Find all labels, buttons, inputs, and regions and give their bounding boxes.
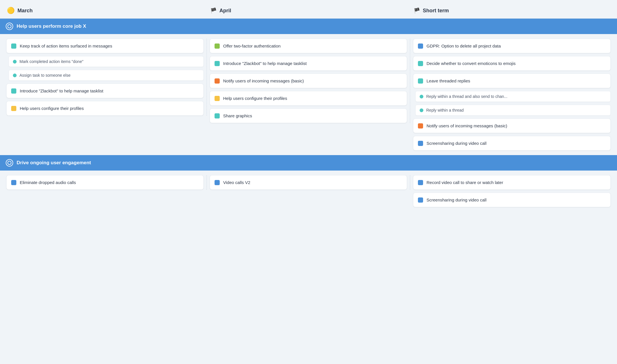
core-job-short-term-column: GDPR: Option to delete all project data … [410,39,614,151]
group-core-job-label: Help users perform core job X [17,23,86,29]
group-engagement: Drive ongoing user engagement Eliminate … [0,155,617,212]
card-text: Offer two-factor authentication [223,43,281,49]
engagement-march-column: Eliminate dropped audio calls [3,175,207,190]
sub-dot [420,95,423,98]
card-dot [215,180,220,185]
card-dot [418,61,423,66]
card-text: Help users configure their profiles [223,95,287,101]
card-text: GDPR: Option to delete all project data [427,43,501,49]
card-dot [215,96,220,101]
sub-text: Reply within a thread [426,108,464,112]
sub-card-mark-done[interactable]: Mark completed action items "done" [9,56,204,67]
march-icon: 🟡 [7,7,15,14]
card-dot [215,78,220,84]
col-header-short-term: 🏴 Short term [410,5,614,16]
card-dot [11,106,16,111]
card-text: Introduce "Zlackbot" to help manage task… [223,60,307,66]
card-text: Leave threaded replies [427,78,470,84]
card-zlackbot-march[interactable]: Introduce "Zlackbot" to help manage task… [6,84,204,98]
card-dot [418,141,423,146]
card-profiles-april[interactable]: Help users configure their profiles [210,91,407,106]
core-job-april-column: Offer two-factor authentication Introduc… [207,39,410,123]
sub-card-assign-task[interactable]: Assign task to someone else [9,70,204,81]
card-dot [418,180,423,185]
card-dot [11,43,16,49]
card-screenshare-engagement[interactable]: Screensharing during video call [413,193,611,207]
sub-dot [13,74,17,77]
card-share-graphics[interactable]: Share graphics [210,108,407,123]
card-dot [418,123,423,128]
short-term-icon: 🏴 [414,7,420,14]
sub-dot [420,108,423,112]
group-engagement-body: Eliminate dropped audio calls Video call… [0,171,617,212]
board: 🟡 March 🏴 April 🏴 Short term Help users … [0,0,617,212]
card-profiles-march[interactable]: Help users configure their profiles [6,101,204,116]
card-emoticons[interactable]: Decide whether to convert emoticons to e… [413,56,611,71]
card-gdpr[interactable]: GDPR: Option to delete all project data [413,39,611,53]
march-label: March [17,8,33,14]
engagement-april-column: Video calls V2 [207,175,410,190]
group-core-job-header: Help users perform core job X [0,19,617,34]
card-screenshare-short[interactable]: Screensharing during video call [413,136,611,151]
card-text: Record video call to share or watch late… [427,179,503,185]
card-dot [418,197,423,203]
card-text: Screensharing during video call [427,197,486,203]
card-record-video[interactable]: Record video call to share or watch late… [413,175,611,190]
sub-card-reply-thread[interactable]: Reply within a thread [415,105,611,116]
card-text: Keep track of action items surfaced in m… [20,43,112,49]
card-dot [215,113,220,118]
card-eliminate-audio[interactable]: Eliminate dropped audio calls [6,175,204,190]
group-core-job-body: Keep track of action items surfaced in m… [0,34,617,155]
col-header-april: 🏴 April [207,5,410,16]
group-core-job-icon [6,23,13,30]
group-engagement-label: Drive ongoing user engagement [17,160,91,166]
card-text: Decide whether to convert emoticons to e… [427,60,516,66]
sub-card-reply-also-send[interactable]: Reply within a thread and also send to c… [415,91,611,102]
col-header-march: 🟡 March [3,5,207,16]
card-text: Notify users of incoming messages (basic… [427,123,507,129]
card-text: Eliminate dropped audio calls [20,179,76,185]
engagement-short-term-column: Record video call to share or watch late… [410,175,614,207]
card-two-factor[interactable]: Offer two-factor authentication [210,39,407,53]
card-text: Video calls V2 [223,179,250,185]
card-text: Share graphics [223,113,252,119]
card-keep-track[interactable]: Keep track of action items surfaced in m… [6,39,204,53]
april-icon: 🏴 [210,7,217,14]
core-job-march-column: Keep track of action items surfaced in m… [3,39,207,116]
short-term-label: Short term [423,8,449,14]
card-dot [11,180,16,185]
card-zlackbot-april[interactable]: Introduce "Zlackbot" to help manage task… [210,56,407,71]
card-text: Screensharing during video call [427,140,486,146]
sub-text: Assign task to someone else [19,73,70,78]
card-text: Notify users of incoming messages (basic… [223,78,304,84]
sub-text: Mark completed action items "done" [19,59,83,64]
card-video-calls-v2[interactable]: Video calls V2 [210,175,407,190]
card-dot [11,88,16,94]
group-engagement-icon [6,159,13,167]
sub-dot [13,60,17,64]
card-dot [418,78,423,84]
card-text: Help users configure their profiles [20,105,84,111]
card-notify-april[interactable]: Notify users of incoming messages (basic… [210,74,407,88]
card-dot [215,43,220,49]
columns-header: 🟡 March 🏴 April 🏴 Short term [0,0,617,19]
card-text: Introduce "Zlackbot" to help manage task… [20,88,103,94]
card-notify-short[interactable]: Notify users of incoming messages (basic… [413,118,611,133]
card-threaded-replies[interactable]: Leave threaded replies [413,74,611,88]
sub-text: Reply within a thread and also send to c… [426,94,507,99]
group-engagement-header: Drive ongoing user engagement [0,155,617,171]
group-core-job: Help users perform core job X Keep track… [0,19,617,155]
card-dot [418,43,423,49]
april-label: April [219,8,231,14]
card-dot [215,61,220,66]
